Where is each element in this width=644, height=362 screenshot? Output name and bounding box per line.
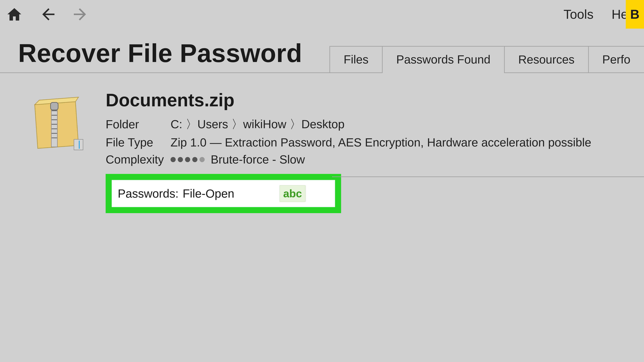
dot-icon — [178, 157, 183, 162]
passwords-value: File-Open — [182, 187, 234, 200]
folder-label: Folder — [106, 117, 170, 131]
complexity-row: Complexity Brute-force - Slow — [106, 153, 644, 166]
passwords-highlight-box: Passwords: File-Open abc — [106, 174, 341, 213]
passwords-label: Passwords: — [118, 187, 182, 200]
home-button[interactable] — [3, 3, 26, 26]
tab-files[interactable]: Files — [330, 46, 383, 72]
dot-icon — [192, 157, 198, 162]
passwords-row: Passwords: File-Open abc — [112, 180, 335, 207]
tab-passwords-found[interactable]: Passwords Found — [382, 46, 504, 72]
complexity-label: Complexity — [106, 153, 170, 166]
home-icon — [6, 6, 23, 23]
tools-menu[interactable]: Tools — [564, 7, 594, 22]
folder-value: C: 〉Users 〉wikiHow 〉Desktop — [170, 116, 344, 132]
filetype-row: File Type Zip 1.0 — Extraction Password,… — [106, 136, 644, 149]
arrow-left-icon — [39, 6, 56, 23]
filetype-label: File Type — [106, 136, 170, 149]
tab-resources[interactable]: Resources — [504, 46, 589, 72]
content-area: Documents.zip Folder C: 〉Users 〉wikiHow … — [0, 73, 644, 213]
file-details: Documents.zip Folder C: 〉Users 〉wikiHow … — [106, 88, 644, 213]
svg-rect-11 — [79, 141, 80, 149]
dot-icon — [185, 157, 190, 162]
zip-file-icon — [24, 88, 88, 154]
tab-performance[interactable]: Perfo — [588, 46, 644, 72]
file-name: Documents.zip — [106, 90, 644, 110]
folder-row: Folder C: 〉Users 〉wikiHow 〉Desktop — [106, 116, 644, 132]
abc-badge[interactable]: abc — [280, 185, 306, 202]
arrow-right-icon — [72, 6, 89, 23]
header-row: Recover File Password Files Passwords Fo… — [0, 29, 644, 73]
dot-icon — [170, 157, 176, 162]
forward-button[interactable] — [70, 3, 92, 26]
svg-rect-10 — [74, 139, 83, 150]
content-divider — [332, 176, 644, 177]
complexity-dots — [170, 157, 205, 162]
filetype-value: Zip 1.0 — Extraction Password, AES Encry… — [170, 136, 591, 149]
top-toolbar: Tools Help — [0, 0, 644, 29]
buy-button[interactable]: B — [626, 0, 644, 29]
back-button[interactable] — [36, 3, 59, 26]
page-title: Recover File Password — [0, 38, 302, 72]
dot-icon — [200, 157, 205, 162]
tab-bar: Files Passwords Found Resources Perfo — [330, 29, 644, 72]
svg-rect-9 — [50, 102, 58, 110]
complexity-value: Brute-force - Slow — [211, 153, 305, 166]
